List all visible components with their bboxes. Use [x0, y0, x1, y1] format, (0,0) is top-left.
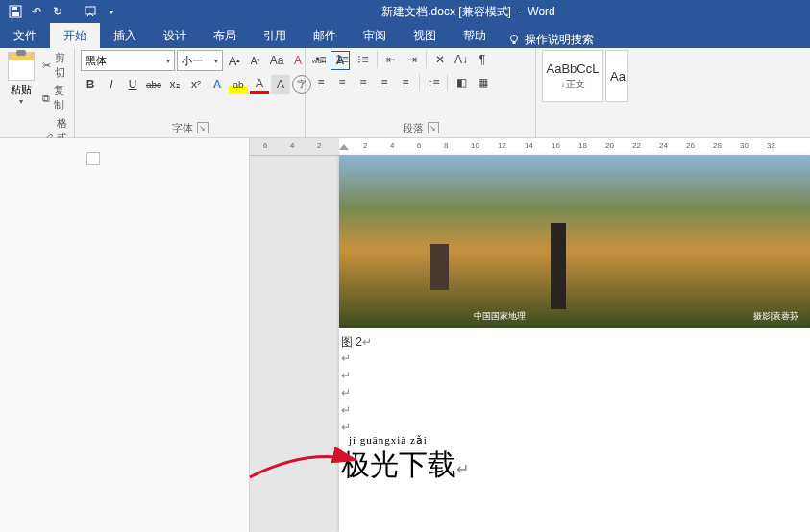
- page-viewport: 中国国家地理 摄影|袁蓉荪 图 2↵ ↵ ↵ ↵ ↵ ↵ jí guāngxià…: [250, 156, 810, 532]
- chevron-down-icon[interactable]: ▾: [104, 4, 119, 19]
- change-case-button[interactable]: Aa: [267, 51, 286, 70]
- align-center-button[interactable]: ≡: [332, 73, 352, 92]
- redo-icon[interactable]: ↻: [50, 4, 65, 19]
- align-left-button[interactable]: ≡: [311, 73, 331, 92]
- lightbulb-icon: [507, 34, 521, 47]
- char-shading-button[interactable]: A: [271, 75, 290, 94]
- svg-rect-5: [513, 41, 516, 44]
- tab-references[interactable]: 引用: [250, 23, 300, 48]
- paste-label: 粘贴: [11, 83, 32, 97]
- strikethrough-button[interactable]: abc: [144, 75, 163, 94]
- ruler-tick: 6: [417, 141, 421, 150]
- bold-button[interactable]: B: [81, 75, 100, 94]
- paragraph-dialog-launcher[interactable]: ↘: [428, 122, 439, 133]
- paste-button[interactable]: 粘贴 ▾: [6, 50, 37, 108]
- tab-layout[interactable]: 布局: [200, 23, 250, 48]
- increase-indent-button[interactable]: ⇥: [403, 50, 422, 69]
- tell-me-label: 操作说明搜索: [525, 32, 594, 48]
- window-title: 新建文档.docx [兼容模式] - Word: [127, 4, 810, 20]
- copy-button[interactable]: ⧉复制: [40, 83, 69, 113]
- tab-help[interactable]: 帮助: [450, 23, 500, 48]
- main-text[interactable]: 极光下载↵: [341, 446, 469, 485]
- multilevel-list-button[interactable]: ⁝≡: [354, 50, 373, 69]
- show-marks-button[interactable]: ¶: [473, 50, 492, 69]
- font-group-label: 字体: [172, 121, 193, 135]
- edit-area: 6422468101214161820222426283032 中国国家地理 摄…: [0, 138, 810, 532]
- ruler-tick: 22: [632, 141, 641, 150]
- horizontal-ruler[interactable]: 6422468101214161820222426283032: [250, 138, 810, 156]
- group-paragraph: •≡ 1≡ ⁝≡ ⇤ ⇥ ✕ A↓ ¶ ≡ ≡ ≡ ≡ ≡ ↕≡ ◧: [306, 48, 536, 138]
- image-watermark-left: 中国国家地理: [474, 310, 526, 323]
- save-icon[interactable]: [8, 4, 23, 19]
- image-tower: [551, 223, 566, 309]
- svg-rect-1: [12, 12, 19, 16]
- numbering-button[interactable]: 1≡: [332, 50, 352, 69]
- tab-home[interactable]: 开始: [50, 23, 100, 48]
- borders-button[interactable]: ▦: [473, 73, 492, 92]
- shrink-font-button[interactable]: A▾: [246, 51, 265, 70]
- qat-customize-icon[interactable]: [83, 4, 98, 19]
- grow-font-button[interactable]: A▴: [225, 51, 244, 70]
- tab-review[interactable]: 审阅: [350, 23, 400, 48]
- tell-me-search[interactable]: 操作说明搜索: [507, 32, 594, 48]
- font-size-select[interactable]: 小一▾: [177, 50, 223, 71]
- empty-paragraph[interactable]: ↵: [341, 351, 351, 365]
- empty-paragraph[interactable]: ↵: [341, 386, 351, 399]
- tab-design[interactable]: 设计: [150, 23, 200, 48]
- tab-mail[interactable]: 邮件: [300, 23, 350, 48]
- ruler-corner[interactable]: [86, 152, 100, 165]
- image-caption[interactable]: 图 2↵: [341, 334, 372, 351]
- font-color-button[interactable]: A: [250, 75, 269, 94]
- font-name-select[interactable]: 黑体▾: [81, 50, 175, 71]
- ruler-tick: 14: [525, 141, 533, 150]
- document-page[interactable]: 中国国家地理 摄影|袁蓉荪 图 2↵ ↵ ↵ ↵ ↵ ↵ jí guāngxià…: [339, 156, 810, 532]
- chevron-down-icon: ▾: [166, 57, 170, 65]
- text-effects-button[interactable]: A: [208, 75, 227, 94]
- highlight-button[interactable]: ab: [229, 75, 248, 94]
- style-normal[interactable]: AaBbCcL ↓正文: [542, 50, 603, 102]
- tab-view[interactable]: 视图: [400, 23, 450, 48]
- superscript-button[interactable]: x²: [186, 75, 206, 94]
- inserted-image[interactable]: 中国国家地理 摄影|袁蓉荪: [339, 156, 810, 328]
- ruler-tick: 2: [317, 141, 321, 150]
- ruler-tick: 26: [686, 141, 695, 150]
- empty-paragraph[interactable]: ↵: [341, 421, 351, 434]
- sort-button[interactable]: A↓: [452, 50, 471, 69]
- title-bar: ↶ ↻ ▾ 新建文档.docx [兼容模式] - Word: [0, 0, 810, 23]
- image-building: [430, 244, 449, 290]
- font-dialog-launcher[interactable]: ↘: [197, 122, 209, 133]
- quick-access-toolbar: ↶ ↻ ▾: [0, 4, 127, 19]
- tab-file[interactable]: 文件: [0, 23, 50, 48]
- empty-paragraph[interactable]: ↵: [341, 403, 351, 417]
- doc-name: 新建文档.docx: [381, 5, 455, 18]
- line-spacing-button[interactable]: ↕≡: [424, 73, 443, 92]
- italic-button[interactable]: I: [102, 75, 121, 94]
- ruler-tick: 30: [740, 141, 749, 150]
- indent-marker-icon[interactable]: [339, 144, 349, 150]
- navigation-pane[interactable]: [0, 138, 250, 532]
- underline-button[interactable]: U: [123, 75, 142, 94]
- cut-button[interactable]: ✂剪切: [40, 50, 69, 81]
- ruler-tick: 4: [290, 141, 294, 150]
- group-font: 黑体▾ 小一▾ A▴ A▾ Aa A wén A B I U abc x₂ x²…: [75, 48, 306, 138]
- align-right-button[interactable]: ≡: [354, 73, 373, 92]
- distribute-button[interactable]: ≡: [396, 73, 415, 92]
- bullets-button[interactable]: •≡: [311, 50, 331, 69]
- ruler-tick: 24: [659, 141, 668, 150]
- ruler-tick: 32: [767, 141, 775, 150]
- paragraph-group-label: 段落: [403, 121, 424, 135]
- empty-paragraph[interactable]: ↵: [341, 369, 351, 382]
- decrease-indent-button[interactable]: ⇤: [381, 50, 401, 69]
- undo-icon[interactable]: ↶: [29, 4, 44, 19]
- paragraph-mark-icon: ↵: [456, 461, 469, 477]
- compat-mode: [兼容模式]: [458, 5, 511, 18]
- asian-layout-button[interactable]: ✕: [430, 50, 450, 69]
- ruler-tick: 20: [605, 141, 614, 150]
- style-heading[interactable]: Aa: [605, 50, 628, 102]
- clear-format-button[interactable]: A: [288, 51, 307, 70]
- shading-button[interactable]: ◧: [452, 73, 471, 92]
- subscript-button[interactable]: x₂: [165, 75, 184, 94]
- justify-button[interactable]: ≡: [375, 73, 394, 92]
- tab-insert[interactable]: 插入: [100, 23, 150, 48]
- group-clipboard: 粘贴 ▾ ✂剪切 ⧉复制 🖌格式刷 剪贴板↘: [0, 48, 75, 138]
